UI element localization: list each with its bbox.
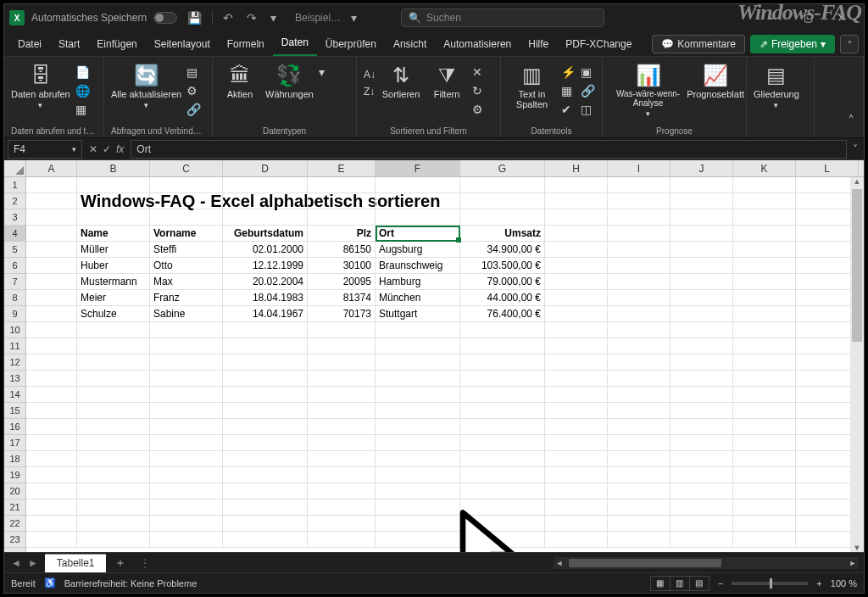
tab-formulas[interactable]: Formeln: [219, 33, 273, 56]
column-header-A[interactable]: A: [26, 160, 77, 176]
cell[interactable]: Hamburg: [376, 274, 460, 289]
cell[interactable]: [545, 258, 608, 273]
cell[interactable]: Geburtsdatum: [223, 226, 308, 241]
cell[interactable]: [460, 403, 545, 418]
cell[interactable]: 103.500,00 €: [460, 258, 545, 273]
cell[interactable]: [460, 354, 545, 370]
refresh-all-button[interactable]: 🔄 Alle aktualisieren ▾: [111, 60, 181, 109]
cell[interactable]: [150, 419, 223, 434]
cell[interactable]: [796, 338, 859, 354]
scroll-left-icon[interactable]: ◄: [554, 559, 565, 567]
clear-filter-icon[interactable]: ✕: [472, 65, 483, 79]
autosave-toggle[interactable]: [153, 12, 177, 24]
cell[interactable]: 76.400,00 €: [460, 306, 545, 321]
cell[interactable]: [670, 338, 733, 354]
row-header[interactable]: 6: [4, 258, 25, 274]
cell[interactable]: [308, 467, 376, 483]
row-header[interactable]: 5: [4, 242, 25, 258]
cell[interactable]: [608, 306, 670, 321]
currencies-button[interactable]: 💱 Währungen: [265, 60, 314, 99]
cell[interactable]: [608, 242, 670, 257]
cell[interactable]: [308, 177, 376, 192]
cell[interactable]: [608, 387, 670, 402]
cell[interactable]: [545, 338, 608, 354]
cell[interactable]: [376, 516, 460, 531]
cell[interactable]: [608, 274, 670, 289]
cell[interactable]: [376, 483, 460, 499]
cell[interactable]: [223, 209, 308, 225]
cell[interactable]: 34.900,00 €: [460, 242, 545, 257]
cell[interactable]: Stuttgart: [376, 306, 460, 321]
row-header[interactable]: 3: [4, 209, 25, 226]
cell[interactable]: [545, 177, 608, 192]
row-header[interactable]: 21: [4, 499, 25, 516]
sheet-next-icon[interactable]: ►: [28, 557, 38, 569]
row-header[interactable]: 1: [4, 177, 25, 193]
filter-button[interactable]: ⧩ Filtern: [426, 60, 467, 99]
outline-button[interactable]: ▤ Gliederung ▾: [754, 60, 799, 109]
cell[interactable]: [223, 354, 308, 370]
get-data-button[interactable]: 🗄 Daten abrufen ▾: [11, 60, 70, 109]
cell[interactable]: Max: [150, 274, 223, 289]
close-button[interactable]: ✕: [825, 6, 859, 30]
row-header[interactable]: 10: [4, 322, 25, 338]
cell[interactable]: [608, 451, 670, 466]
row-header[interactable]: 2: [4, 193, 25, 209]
cell[interactable]: 86150: [308, 242, 376, 257]
cell[interactable]: [796, 226, 859, 241]
flash-fill-icon[interactable]: ⚡: [561, 65, 576, 79]
cell[interactable]: 81374: [308, 290, 376, 305]
sheet-tab[interactable]: Tabelle1: [45, 554, 107, 572]
row-header[interactable]: 20: [4, 483, 25, 499]
advanced-icon[interactable]: ⚙: [472, 103, 483, 116]
cell[interactable]: [796, 354, 859, 370]
cell[interactable]: [545, 532, 608, 547]
cell[interactable]: [26, 322, 77, 338]
expand-formula-icon[interactable]: ˅: [847, 143, 864, 155]
cell[interactable]: [150, 516, 223, 531]
cell[interactable]: [460, 499, 545, 515]
cell[interactable]: [733, 483, 796, 499]
cell[interactable]: [733, 177, 796, 192]
cell[interactable]: [460, 451, 545, 466]
cell[interactable]: [26, 499, 77, 515]
cell[interactable]: [26, 532, 77, 547]
cell[interactable]: [545, 499, 608, 515]
cell[interactable]: [460, 516, 545, 531]
cell[interactable]: Braunschweig: [376, 258, 460, 273]
maximize-button[interactable]: ▢: [791, 6, 825, 30]
cell[interactable]: [26, 242, 77, 257]
cell[interactable]: [376, 499, 460, 515]
column-header-F[interactable]: F: [376, 160, 460, 176]
cell[interactable]: [26, 435, 77, 450]
column-header-K[interactable]: K: [733, 160, 796, 176]
cell[interactable]: [77, 387, 150, 402]
cell[interactable]: [308, 209, 376, 225]
cell[interactable]: [26, 177, 77, 192]
cell[interactable]: [733, 209, 796, 225]
cell[interactable]: [796, 467, 859, 483]
cell[interactable]: [150, 338, 223, 354]
row-header[interactable]: 11: [4, 338, 25, 354]
cell[interactable]: [608, 371, 670, 386]
cell[interactable]: [77, 419, 150, 434]
cell[interactable]: [733, 451, 796, 466]
cell[interactable]: [608, 499, 670, 515]
cell[interactable]: [150, 499, 223, 515]
cell[interactable]: [26, 258, 77, 273]
cell[interactable]: [545, 354, 608, 370]
cell[interactable]: [223, 177, 308, 192]
row-header[interactable]: 13: [4, 371, 25, 387]
cell[interactable]: [608, 419, 670, 434]
cell[interactable]: [308, 193, 376, 209]
cell[interactable]: [26, 226, 77, 241]
cell[interactable]: [545, 322, 608, 338]
from-text-icon[interactable]: 📄: [75, 65, 90, 79]
cell[interactable]: [26, 467, 77, 483]
cell[interactable]: [26, 306, 77, 321]
cell[interactable]: [670, 274, 733, 289]
cell[interactable]: [670, 306, 733, 321]
cell[interactable]: [77, 371, 150, 386]
cell[interactable]: [308, 483, 376, 499]
cell[interactable]: [733, 419, 796, 434]
